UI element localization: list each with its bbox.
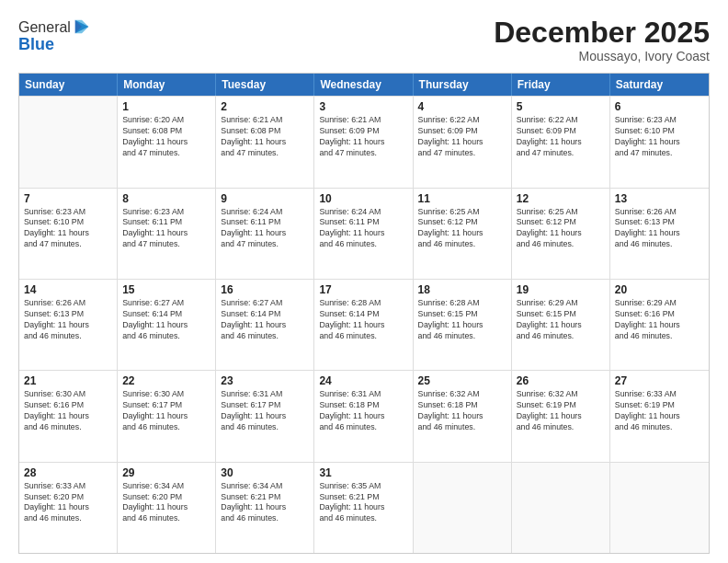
day-number: 24 xyxy=(319,374,407,387)
cal-cell-4-6 xyxy=(610,463,709,553)
day-info: Sunrise: 6:34 AM Sunset: 6:20 PM Dayligh… xyxy=(122,481,210,525)
day-info: Sunrise: 6:23 AM Sunset: 6:10 PM Dayligh… xyxy=(24,207,112,251)
day-number: 15 xyxy=(122,283,210,296)
day-number: 1 xyxy=(122,100,210,113)
day-number: 4 xyxy=(418,100,506,113)
day-number: 28 xyxy=(24,466,112,479)
logo-general-text: General xyxy=(18,19,71,36)
day-number: 25 xyxy=(418,374,506,387)
day-info: Sunrise: 6:22 AM Sunset: 6:09 PM Dayligh… xyxy=(418,115,506,159)
cal-cell-1-5: 12Sunrise: 6:25 AM Sunset: 6:12 PM Dayli… xyxy=(512,189,610,279)
day-info: Sunrise: 6:29 AM Sunset: 6:15 PM Dayligh… xyxy=(517,298,605,342)
day-info: Sunrise: 6:23 AM Sunset: 6:11 PM Dayligh… xyxy=(122,207,210,251)
day-number: 29 xyxy=(122,466,210,479)
day-number: 8 xyxy=(122,192,210,205)
logo-blue-text: Blue xyxy=(18,35,54,54)
month-title: December 2025 xyxy=(494,17,710,49)
day-info: Sunrise: 6:21 AM Sunset: 6:08 PM Dayligh… xyxy=(221,115,309,159)
header-wednesday: Wednesday xyxy=(314,74,413,96)
cal-cell-1-0: 7Sunrise: 6:23 AM Sunset: 6:10 PM Daylig… xyxy=(19,189,118,279)
day-info: Sunrise: 6:22 AM Sunset: 6:09 PM Dayligh… xyxy=(517,115,605,159)
cal-cell-0-6: 6Sunrise: 6:23 AM Sunset: 6:10 PM Daylig… xyxy=(610,97,709,187)
cal-cell-2-5: 19Sunrise: 6:29 AM Sunset: 6:15 PM Dayli… xyxy=(512,280,610,370)
cal-cell-1-1: 8Sunrise: 6:23 AM Sunset: 6:11 PM Daylig… xyxy=(118,189,216,279)
day-number: 31 xyxy=(319,466,407,479)
cal-cell-3-2: 23Sunrise: 6:31 AM Sunset: 6:17 PM Dayli… xyxy=(216,371,314,461)
day-number: 16 xyxy=(221,283,309,296)
day-number: 10 xyxy=(319,192,407,205)
day-info: Sunrise: 6:32 AM Sunset: 6:18 PM Dayligh… xyxy=(418,389,506,433)
day-info: Sunrise: 6:29 AM Sunset: 6:16 PM Dayligh… xyxy=(615,298,704,342)
logo-icon xyxy=(72,17,92,37)
day-number: 12 xyxy=(517,192,605,205)
day-number: 13 xyxy=(615,192,704,205)
header: General Blue December 2025 Moussayo, Ivo… xyxy=(18,17,710,63)
day-info: Sunrise: 6:27 AM Sunset: 6:14 PM Dayligh… xyxy=(221,298,309,342)
cal-cell-4-2: 30Sunrise: 6:34 AM Sunset: 6:21 PM Dayli… xyxy=(216,463,314,553)
cal-cell-4-4 xyxy=(414,463,512,553)
day-info: Sunrise: 6:25 AM Sunset: 6:12 PM Dayligh… xyxy=(418,207,506,251)
cal-cell-0-5: 5Sunrise: 6:22 AM Sunset: 6:09 PM Daylig… xyxy=(512,97,610,187)
week-row-1: 1Sunrise: 6:20 AM Sunset: 6:08 PM Daylig… xyxy=(19,96,709,187)
day-number: 30 xyxy=(221,466,309,479)
header-monday: Monday xyxy=(118,74,216,96)
day-number: 17 xyxy=(319,283,407,296)
header-saturday: Saturday xyxy=(610,74,709,96)
cal-cell-4-3: 31Sunrise: 6:35 AM Sunset: 6:21 PM Dayli… xyxy=(314,463,413,553)
header-sunday: Sunday xyxy=(19,74,118,96)
calendar-body: 1Sunrise: 6:20 AM Sunset: 6:08 PM Daylig… xyxy=(19,96,709,553)
day-info: Sunrise: 6:24 AM Sunset: 6:11 PM Dayligh… xyxy=(319,207,407,251)
day-info: Sunrise: 6:31 AM Sunset: 6:17 PM Dayligh… xyxy=(221,389,309,433)
cal-cell-3-1: 22Sunrise: 6:30 AM Sunset: 6:17 PM Dayli… xyxy=(118,371,216,461)
cal-cell-2-6: 20Sunrise: 6:29 AM Sunset: 6:16 PM Dayli… xyxy=(610,280,709,370)
day-number: 11 xyxy=(418,192,506,205)
page: General Blue December 2025 Moussayo, Ivo… xyxy=(0,0,728,563)
cal-cell-4-0: 28Sunrise: 6:33 AM Sunset: 6:20 PM Dayli… xyxy=(19,463,118,553)
day-info: Sunrise: 6:28 AM Sunset: 6:14 PM Dayligh… xyxy=(319,298,407,342)
calendar: Sunday Monday Tuesday Wednesday Thursday… xyxy=(18,73,710,554)
day-info: Sunrise: 6:28 AM Sunset: 6:15 PM Dayligh… xyxy=(418,298,506,342)
day-info: Sunrise: 6:25 AM Sunset: 6:12 PM Dayligh… xyxy=(517,207,605,251)
day-info: Sunrise: 6:33 AM Sunset: 6:20 PM Dayligh… xyxy=(24,481,112,525)
day-number: 19 xyxy=(517,283,605,296)
day-number: 26 xyxy=(517,374,605,387)
day-number: 22 xyxy=(122,374,210,387)
day-number: 9 xyxy=(221,192,309,205)
day-number: 20 xyxy=(615,283,704,296)
header-tuesday: Tuesday xyxy=(216,74,314,96)
day-number: 7 xyxy=(24,192,112,205)
cal-cell-2-1: 15Sunrise: 6:27 AM Sunset: 6:14 PM Dayli… xyxy=(118,280,216,370)
day-info: Sunrise: 6:26 AM Sunset: 6:13 PM Dayligh… xyxy=(24,298,112,342)
cal-cell-2-0: 14Sunrise: 6:26 AM Sunset: 6:13 PM Dayli… xyxy=(19,280,118,370)
day-number: 6 xyxy=(615,100,704,113)
cal-cell-4-1: 29Sunrise: 6:34 AM Sunset: 6:20 PM Dayli… xyxy=(118,463,216,553)
day-info: Sunrise: 6:33 AM Sunset: 6:19 PM Dayligh… xyxy=(615,389,704,433)
header-friday: Friday xyxy=(512,74,610,96)
title-block: December 2025 Moussayo, Ivory Coast xyxy=(494,17,710,63)
cal-cell-3-3: 24Sunrise: 6:31 AM Sunset: 6:18 PM Dayli… xyxy=(314,371,413,461)
cal-cell-3-5: 26Sunrise: 6:32 AM Sunset: 6:19 PM Dayli… xyxy=(512,371,610,461)
day-info: Sunrise: 6:30 AM Sunset: 6:17 PM Dayligh… xyxy=(122,389,210,433)
week-row-2: 7Sunrise: 6:23 AM Sunset: 6:10 PM Daylig… xyxy=(19,188,709,279)
cal-cell-4-5 xyxy=(512,463,610,553)
day-info: Sunrise: 6:27 AM Sunset: 6:14 PM Dayligh… xyxy=(122,298,210,342)
cal-cell-0-3: 3Sunrise: 6:21 AM Sunset: 6:09 PM Daylig… xyxy=(314,97,413,187)
day-info: Sunrise: 6:23 AM Sunset: 6:10 PM Dayligh… xyxy=(615,115,704,159)
day-info: Sunrise: 6:31 AM Sunset: 6:18 PM Dayligh… xyxy=(319,389,407,433)
day-number: 27 xyxy=(615,374,704,387)
day-info: Sunrise: 6:30 AM Sunset: 6:16 PM Dayligh… xyxy=(24,389,112,433)
cal-cell-1-4: 11Sunrise: 6:25 AM Sunset: 6:12 PM Dayli… xyxy=(414,189,512,279)
day-number: 2 xyxy=(221,100,309,113)
day-info: Sunrise: 6:20 AM Sunset: 6:08 PM Dayligh… xyxy=(122,115,210,159)
cal-cell-0-0 xyxy=(19,97,118,187)
day-number: 18 xyxy=(418,283,506,296)
cal-cell-2-3: 17Sunrise: 6:28 AM Sunset: 6:14 PM Dayli… xyxy=(314,280,413,370)
cal-cell-3-4: 25Sunrise: 6:32 AM Sunset: 6:18 PM Dayli… xyxy=(414,371,512,461)
day-info: Sunrise: 6:35 AM Sunset: 6:21 PM Dayligh… xyxy=(319,481,407,525)
day-number: 23 xyxy=(221,374,309,387)
cal-cell-1-2: 9Sunrise: 6:24 AM Sunset: 6:11 PM Daylig… xyxy=(216,189,314,279)
location: Moussayo, Ivory Coast xyxy=(494,49,710,63)
day-number: 21 xyxy=(24,374,112,387)
calendar-header: Sunday Monday Tuesday Wednesday Thursday… xyxy=(19,74,709,96)
week-row-3: 14Sunrise: 6:26 AM Sunset: 6:13 PM Dayli… xyxy=(19,279,709,370)
